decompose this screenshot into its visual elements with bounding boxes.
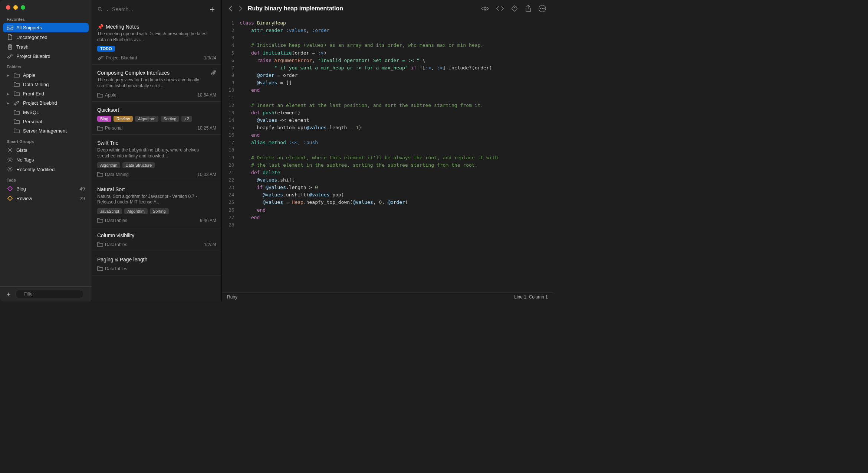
sidebar-footer: ＋ ⌕ (0, 286, 92, 301)
filter-input[interactable] (16, 290, 83, 298)
tag-row: AlgorithmData Structure (97, 162, 216, 168)
snippet-title: Swift Trie (97, 140, 216, 146)
svg-line-5 (101, 10, 102, 12)
tag-pill[interactable]: Algorithm (124, 208, 147, 214)
sidebar-item[interactable]: Data Mining (3, 80, 89, 89)
sidebar-item[interactable]: Server Management (3, 126, 89, 136)
gear-icon (7, 147, 13, 153)
snippet-title: Paging & Page length (97, 257, 216, 262)
sidebar-item[interactable]: No Tags (3, 155, 89, 164)
sidebar: FavoritesAll SnippetsUncategorizedTrashP… (0, 0, 92, 301)
sidebar-content: FavoritesAll SnippetsUncategorizedTrashP… (0, 13, 92, 286)
sidebar-item[interactable]: All Snippets (3, 23, 89, 32)
tag-pill[interactable]: +2 (181, 116, 192, 122)
tag-icon (7, 195, 13, 201)
sidebar-item[interactable]: MySQL (3, 108, 89, 117)
snippet-item[interactable]: Column visibilityDataTables1/2/24 (92, 227, 221, 251)
snippet-list[interactable]: 📌Meeting NotesThe meeting opened with Dr… (92, 19, 221, 301)
section-header: Tags (3, 174, 89, 184)
doc-icon (7, 34, 13, 40)
snippet-item[interactable]: QuicksortBlogReviewAlgorithmSorting+2Per… (92, 102, 221, 135)
add-button[interactable]: ＋ (4, 290, 13, 299)
svg-point-3 (9, 169, 11, 170)
forward-button[interactable] (238, 5, 243, 12)
sidebar-item[interactable]: Blog49 (3, 184, 89, 193)
attachment-icon (211, 70, 216, 76)
svg-point-1 (9, 149, 11, 151)
code-icon[interactable] (496, 6, 504, 12)
tag-pill[interactable]: Sorting (150, 208, 169, 214)
svg-point-9 (540, 8, 541, 9)
tag-pill[interactable]: Algorithm (135, 116, 158, 122)
snippet-title: Column visibility (97, 232, 216, 238)
snippet-item[interactable]: Natural SortNatural Sort algorithm for J… (92, 181, 221, 227)
folder-icon (13, 110, 20, 115)
minimize-window-button[interactable] (13, 5, 18, 10)
folder-icon (97, 126, 103, 131)
more-menu-icon[interactable] (538, 4, 546, 13)
share-icon[interactable] (525, 5, 532, 12)
tag-row: BlogReviewAlgorithmSorting+2 (97, 116, 216, 122)
tag-row: JavaScriptAlgorithmSorting (97, 208, 216, 214)
tag-pill[interactable]: Blog (97, 116, 111, 122)
sidebar-item[interactable]: Project Bluebird (3, 52, 89, 61)
snippet-location: Data Mining (97, 172, 129, 177)
sidebar-item-count: 49 (80, 186, 85, 192)
language-indicator[interactable]: Ruby (227, 294, 237, 300)
folder-icon (97, 242, 103, 247)
snippet-title: Natural Sort (97, 186, 216, 192)
snippet-location: Project Bluebird (97, 55, 137, 61)
snippet-item[interactable]: Swift TrieDeep within the Labyrinthine L… (92, 135, 221, 181)
snippet-item[interactable]: Composing Complex InterfacesThe category… (92, 65, 221, 102)
sidebar-item[interactable]: Personal (3, 117, 89, 126)
tag-icon[interactable] (511, 5, 518, 12)
svg-point-11 (544, 8, 545, 9)
sidebar-item[interactable]: Gists (3, 145, 89, 155)
code-editor[interactable]: 1234567891011121314151617181920212223242… (222, 17, 553, 292)
search-input[interactable] (112, 6, 205, 12)
folder-icon (97, 172, 103, 177)
sidebar-item[interactable]: Trash (3, 42, 89, 52)
snippet-item[interactable]: 📌Meeting NotesThe meeting opened with Dr… (92, 19, 221, 65)
sidebar-item-label: Server Management (23, 128, 85, 134)
snippet-location: DataTables (97, 218, 127, 223)
snippet-date: 10:03 AM (197, 172, 216, 177)
sidebar-item[interactable]: ▶Front End (3, 89, 89, 98)
snippet-excerpt: Deep within the Labyrinthine Library, wh… (97, 147, 216, 159)
close-window-button[interactable] (6, 5, 10, 10)
snippet-item[interactable]: Paging & Page lengthDataTables (92, 251, 221, 275)
chevron-right-icon[interactable]: ▶ (7, 74, 10, 77)
sidebar-item[interactable]: Recently Modified (3, 164, 89, 174)
search-chevron-icon[interactable]: ⌄ (106, 7, 109, 12)
snippet-location: Apple (97, 92, 116, 98)
sidebar-item-label: Gists (16, 147, 85, 153)
sidebar-item[interactable]: Review29 (3, 193, 89, 203)
sidebar-item-label: Data Mining (23, 82, 85, 87)
sidebar-item[interactable]: ▶Project Bluebird (3, 98, 89, 108)
chevron-right-icon[interactable]: ▶ (7, 101, 10, 105)
preview-icon[interactable] (481, 6, 489, 12)
sidebar-item-label: No Tags (16, 157, 85, 163)
tag-pill[interactable]: Review (114, 116, 133, 122)
snippet-excerpt: The meeting opened with Dr. Finch presen… (97, 31, 216, 43)
tag-pill[interactable]: Sorting (161, 116, 180, 122)
folder-icon (13, 128, 20, 133)
code-content[interactable]: class BinaryHeap attr_reader :values, :o… (240, 19, 553, 292)
folder-icon (13, 82, 20, 87)
tag-pill[interactable]: Data Structure (122, 162, 155, 168)
back-button[interactable] (228, 5, 233, 12)
status-bar: Ruby Line 1, Column 1 (222, 292, 553, 301)
tag-pill[interactable]: TODO (97, 46, 115, 52)
tag-pill[interactable]: JavaScript (97, 208, 122, 214)
gear-icon (7, 157, 13, 163)
tag-pill[interactable]: Algorithm (97, 162, 120, 168)
new-snippet-button[interactable]: ＋ (208, 4, 216, 15)
sidebar-item[interactable]: Uncategorized (3, 32, 89, 42)
folder-icon (97, 218, 103, 223)
maximize-window-button[interactable] (21, 5, 25, 10)
sidebar-item-label: Project Bluebird (23, 100, 85, 106)
svg-point-7 (514, 7, 515, 8)
sidebar-item[interactable]: ▶Apple (3, 71, 89, 80)
traffic-lights (0, 0, 92, 13)
chevron-right-icon[interactable]: ▶ (7, 92, 10, 96)
